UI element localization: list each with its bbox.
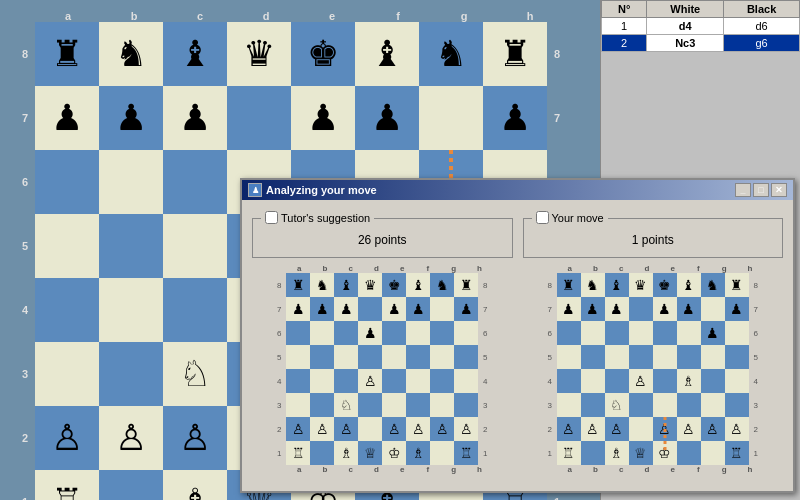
titlebar-left: ♟ Analyzing your move	[248, 183, 377, 197]
tutor-file-labels: abcdefgh	[272, 264, 492, 273]
cell-f7[interactable]: ♟	[355, 86, 419, 150]
cell-d8[interactable]: ♛	[227, 22, 291, 86]
move-num: 2	[602, 35, 647, 52]
your-move-points: 1 points	[528, 231, 779, 253]
cell-a8[interactable]: ♜	[35, 22, 99, 86]
cell-c8[interactable]: ♝	[163, 22, 227, 86]
cell-c7[interactable]: ♟	[163, 86, 227, 150]
cell-g8[interactable]: ♞	[419, 22, 483, 86]
your-file-labels: abcdefgh	[543, 264, 763, 273]
col-header-num: N°	[602, 1, 647, 18]
table-row[interactable]: 1 d4 d6	[602, 18, 800, 35]
white-move[interactable]: d4	[647, 18, 724, 35]
col-header-white: White	[647, 1, 724, 18]
tutor-checkbox[interactable]	[265, 211, 278, 224]
dialog-body: Tutor's suggestion 26 points abcdefgh 8 …	[242, 200, 793, 489]
board-rank-8: 8 ♜ ♞ ♝ ♛ ♚ ♝ ♞ ♜ 8	[15, 22, 567, 86]
cell-h7[interactable]: ♟	[483, 86, 547, 150]
move-num: 1	[602, 18, 647, 35]
table-row[interactable]: 2 Nc3 g6	[602, 35, 800, 52]
your-move-group-label: Your move	[552, 212, 604, 224]
move-list-table: N° White Black 1 d4 d6 2 Nc3 g6	[601, 0, 800, 52]
your-move-group-legend: Your move	[532, 211, 608, 224]
tutor-file-labels-bottom: abcdefgh	[272, 465, 492, 474]
tutor-mini-board: abcdefgh 8 ♜♞♝♛♚♝♞♜ 8 7 ♟♟♟♟♟♟ 7 6 ♟ 6 5…	[272, 264, 492, 474]
dialog-controls[interactable]: _ □ ✕	[735, 183, 787, 197]
cell-e8[interactable]: ♚	[291, 22, 355, 86]
minimize-button[interactable]: _	[735, 183, 751, 197]
analysis-dialog: ♟ Analyzing your move _ □ ✕ Tutor's sugg…	[240, 178, 795, 493]
your-move-panel: Your move 1 points abcdefgh 8 ♜♞♝♛♚♝♞♜ 8…	[523, 208, 784, 481]
dialog-icon: ♟	[248, 183, 262, 197]
cell-a7[interactable]: ♟	[35, 86, 99, 150]
cell-d7[interactable]	[227, 86, 291, 150]
tutor-group-legend: Tutor's suggestion	[261, 211, 374, 224]
cell-e7[interactable]: ♟	[291, 86, 355, 150]
dialog-title: Analyzing your move	[266, 184, 377, 196]
your-mini-board: abcdefgh 8 ♜♞♝♛♚♝♞♜ 8 7 ♟♟♟♟♟♟ 7 6 ♟ 6 5…	[543, 264, 763, 474]
your-move-group-box: Your move 1 points	[523, 218, 784, 258]
maximize-button[interactable]: □	[753, 183, 769, 197]
file-labels-top: a b c d e f g h	[15, 10, 567, 22]
tutor-group-label: Tutor's suggestion	[281, 212, 370, 224]
cell-b8[interactable]: ♞	[99, 22, 163, 86]
col-header-black: Black	[724, 1, 800, 18]
cell-g7[interactable]	[419, 86, 483, 150]
tutor-suggestion-panel: Tutor's suggestion 26 points abcdefgh 8 …	[252, 208, 513, 481]
tutor-group-box: Tutor's suggestion 26 points	[252, 218, 513, 258]
black-move[interactable]: d6	[724, 18, 800, 35]
board-rank-7: 7 ♟ ♟ ♟ ♟ ♟ ♟ 7	[15, 86, 567, 150]
your-file-labels-bottom: abcdefgh	[543, 465, 763, 474]
cell-f8[interactable]: ♝	[355, 22, 419, 86]
white-move[interactable]: Nc3	[647, 35, 724, 52]
cell-h8[interactable]: ♜	[483, 22, 547, 86]
your-move-checkbox[interactable]	[536, 211, 549, 224]
dialog-titlebar: ♟ Analyzing your move _ □ ✕	[242, 180, 793, 200]
black-move[interactable]: g6	[724, 35, 800, 52]
tutor-points: 26 points	[257, 231, 508, 253]
cell-b7[interactable]: ♟	[99, 86, 163, 150]
close-button[interactable]: ✕	[771, 183, 787, 197]
